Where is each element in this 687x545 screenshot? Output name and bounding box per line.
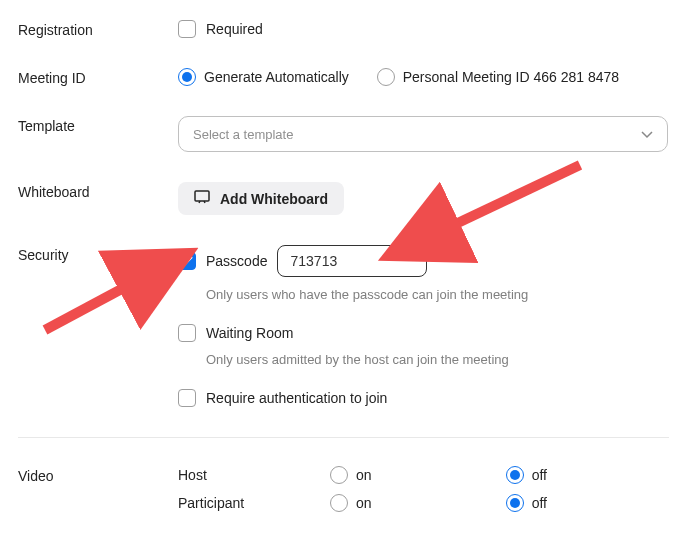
video-participant-on-radio[interactable] [330, 494, 348, 512]
video-host-off-option[interactable]: off [506, 466, 669, 484]
add-whiteboard-label: Add Whiteboard [220, 191, 328, 207]
meeting-id-pmi-option[interactable]: Personal Meeting ID 466 281 8478 [377, 68, 619, 86]
require-auth-label: Require authentication to join [206, 390, 387, 406]
waiting-room-checkbox[interactable] [178, 324, 196, 342]
video-label: Video [18, 466, 178, 484]
waiting-room-label: Waiting Room [206, 325, 293, 341]
meeting-id-auto-radio[interactable] [178, 68, 196, 86]
passcode-hint: Only users who have the passcode can joi… [206, 287, 669, 302]
template-label: Template [18, 116, 178, 134]
video-participant-off-radio[interactable] [506, 494, 524, 512]
chevron-down-icon [641, 127, 653, 142]
passcode-checkbox[interactable] [178, 252, 196, 270]
video-participant-label: Participant [178, 495, 318, 511]
video-participant-off-option[interactable]: off [506, 494, 669, 512]
registration-required-label: Required [206, 21, 263, 37]
whiteboard-label: Whiteboard [18, 182, 178, 200]
meeting-id-auto-label: Generate Automatically [204, 69, 349, 85]
video-host-label: Host [178, 467, 318, 483]
section-divider [18, 437, 669, 438]
svg-rect-0 [195, 191, 209, 201]
meeting-id-label: Meeting ID [18, 68, 178, 86]
video-host-on-option[interactable]: on [330, 466, 494, 484]
registration-label: Registration [18, 20, 178, 38]
whiteboard-icon [194, 190, 210, 207]
meeting-id-pmi-label: Personal Meeting ID 466 281 8478 [403, 69, 619, 85]
passcode-label: Passcode [206, 253, 267, 269]
video-host-off-radio[interactable] [506, 466, 524, 484]
template-select[interactable]: Select a template [178, 116, 668, 152]
waiting-room-hint: Only users admitted by the host can join… [206, 352, 669, 367]
add-whiteboard-button[interactable]: Add Whiteboard [178, 182, 344, 215]
template-placeholder: Select a template [193, 127, 293, 142]
video-participant-on-option[interactable]: on [330, 494, 494, 512]
video-participant-off-label: off [532, 495, 547, 511]
video-host-on-radio[interactable] [330, 466, 348, 484]
meeting-id-auto-option[interactable]: Generate Automatically [178, 68, 349, 86]
video-participant-on-label: on [356, 495, 372, 511]
require-auth-checkbox[interactable] [178, 389, 196, 407]
passcode-input[interactable] [277, 245, 427, 277]
video-host-off-label: off [532, 467, 547, 483]
meeting-id-pmi-radio[interactable] [377, 68, 395, 86]
security-label: Security [18, 245, 178, 263]
video-host-on-label: on [356, 467, 372, 483]
registration-required-checkbox[interactable] [178, 20, 196, 38]
